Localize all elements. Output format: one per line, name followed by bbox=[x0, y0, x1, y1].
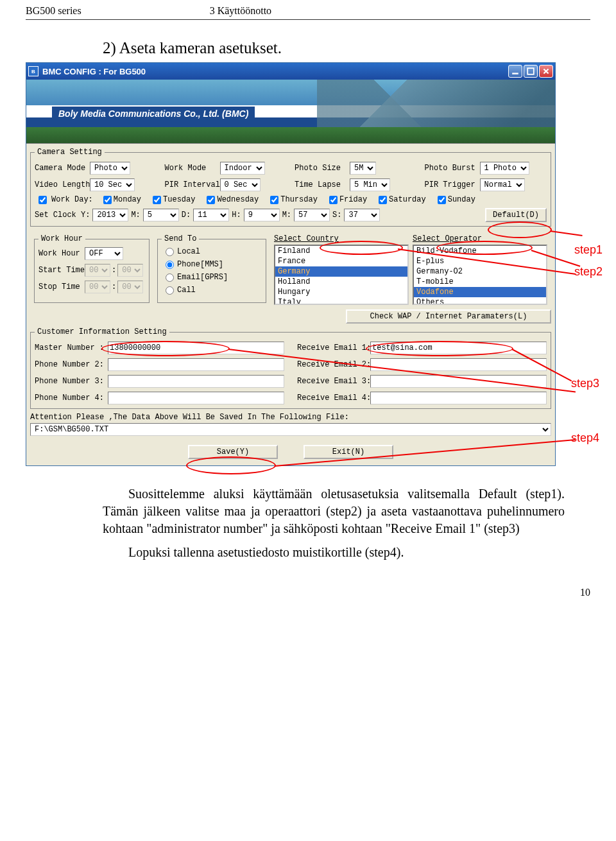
filepath-select[interactable]: F:\GSM\BG500.TXT bbox=[30, 423, 551, 436]
list-item[interactable]: Finland bbox=[275, 246, 407, 256]
phone-mms-label: Phone[MMS] bbox=[177, 260, 223, 269]
work-hour-select[interactable]: OFF bbox=[85, 247, 123, 260]
titlebar[interactable]: B BMC CONFIG : For BG500 bbox=[26, 63, 555, 80]
list-item[interactable]: E-plus bbox=[414, 256, 546, 266]
stop-hour-select: 00 bbox=[85, 281, 110, 293]
clock-d-label: D: bbox=[182, 211, 191, 220]
list-item[interactable]: France bbox=[275, 256, 407, 266]
app-window: B BMC CONFIG : For BG500 Boly Media Comm… bbox=[26, 62, 556, 466]
customer-info-group: Customer Information Setting Master Numb… bbox=[30, 327, 551, 409]
time-lapse-label: Time Lapse bbox=[295, 180, 346, 189]
step1-label: step1 bbox=[574, 243, 603, 257]
clock-year-select[interactable]: 2013 bbox=[92, 209, 128, 221]
phone-2-label: Phone Number 2: bbox=[35, 360, 104, 369]
stop-time-label: Stop Time bbox=[38, 282, 83, 291]
local-radio[interactable] bbox=[166, 248, 174, 256]
saturday-checkbox[interactable] bbox=[379, 196, 387, 204]
select-country-label: Select Country bbox=[274, 234, 409, 243]
receive-email-4-label: Receive Email 4: bbox=[297, 394, 366, 403]
phone-2-input[interactable] bbox=[108, 358, 284, 371]
wednesday-label: Wednesday bbox=[217, 195, 259, 204]
operator-listbox[interactable]: Bild-VodafoneE-plusGermany-O2T-mobileVod… bbox=[413, 245, 547, 305]
work-day-checkbox[interactable] bbox=[38, 196, 47, 204]
country-listbox[interactable]: FinlandFranceGermanyHollandHungaryItaly bbox=[274, 245, 409, 305]
wednesday-checkbox[interactable] bbox=[207, 196, 215, 204]
receive-email-2-input[interactable] bbox=[370, 358, 547, 371]
svg-rect-0 bbox=[512, 73, 518, 74]
video-length-label: Video Length bbox=[35, 180, 86, 189]
attention-text: Attention Please ,The Data Above Will Be… bbox=[30, 413, 551, 422]
call-label: Call bbox=[177, 286, 196, 295]
camera-mode-label: Camera Mode bbox=[35, 164, 86, 173]
list-item[interactable]: Germany bbox=[275, 266, 407, 277]
header-right: 3 Käyttöönotto bbox=[210, 5, 271, 17]
check-params-button[interactable]: Check WAP / Internet Paramaters(L) bbox=[346, 309, 551, 324]
email-gprs-radio[interactable] bbox=[166, 273, 174, 282]
phone-mms-radio[interactable] bbox=[166, 261, 174, 269]
photo-size-label: Photo Size bbox=[295, 164, 346, 173]
phone-4-input[interactable] bbox=[108, 392, 284, 404]
maximize-button[interactable] bbox=[524, 65, 538, 78]
monday-checkbox[interactable] bbox=[103, 196, 112, 204]
close-button[interactable] bbox=[539, 65, 553, 78]
receive-email-1-input[interactable] bbox=[370, 342, 547, 354]
clock-second-select[interactable]: 37 bbox=[344, 209, 380, 221]
body-para-1: Suosittelemme aluksi käyttämään oletusas… bbox=[103, 485, 565, 537]
save-button[interactable]: Save(Y) bbox=[188, 445, 278, 459]
stop-min-select: 00 bbox=[117, 281, 143, 293]
saturday-label: Saturday bbox=[389, 195, 426, 204]
step3-label: step3 bbox=[571, 377, 599, 390]
photo-burst-select[interactable]: 1 Photo bbox=[480, 162, 529, 175]
clock-h-label: H: bbox=[232, 211, 241, 220]
clock-minute-select[interactable]: 57 bbox=[294, 209, 330, 221]
body-para-2: Lopuksi tallenna asetustiedosto muistiko… bbox=[103, 544, 565, 561]
receive-email-4-input[interactable] bbox=[370, 392, 547, 404]
phone-4-label: Phone Number 4: bbox=[35, 394, 104, 403]
exit-button[interactable]: Exit(N) bbox=[304, 445, 393, 459]
pir-trigger-select[interactable]: Normal bbox=[480, 178, 525, 191]
phone-3-input[interactable] bbox=[108, 375, 284, 388]
master-number-input[interactable] bbox=[108, 342, 284, 354]
clock-month-select[interactable]: 5 bbox=[143, 209, 179, 221]
monday-label: Monday bbox=[114, 195, 141, 204]
thursday-checkbox[interactable] bbox=[270, 196, 278, 204]
work-hour-label: Work Hour bbox=[38, 249, 83, 258]
receive-email-2-label: Receive Email 2: bbox=[297, 360, 366, 369]
receive-email-3-input[interactable] bbox=[370, 375, 547, 388]
banner: Boly Media Communications Co., Ltd. (BMC… bbox=[26, 80, 555, 144]
start-hour-select: 00 bbox=[85, 264, 110, 277]
time-lapse-select[interactable]: 5 Min bbox=[350, 178, 390, 191]
list-item[interactable]: Others bbox=[414, 297, 546, 305]
set-clock-y-label: Set Clock Y: bbox=[35, 211, 90, 220]
list-item[interactable]: Italy bbox=[275, 297, 407, 305]
video-length-select[interactable]: 10 Sec bbox=[90, 178, 135, 191]
customer-info-legend: Customer Information Setting bbox=[35, 327, 169, 336]
default-button[interactable]: Default(D) bbox=[485, 208, 547, 222]
tuesday-checkbox[interactable] bbox=[153, 196, 161, 204]
camera-mode-select[interactable]: Photo bbox=[90, 162, 130, 175]
clock-hour-select[interactable]: 9 bbox=[244, 209, 280, 221]
thursday-label: Thursday bbox=[280, 195, 318, 204]
photo-size-select[interactable]: 5M bbox=[350, 162, 376, 175]
send-to-legend: Send To bbox=[162, 234, 199, 243]
work-hour-group: Work Hour Work Hour OFF Start Time 00 : … bbox=[34, 234, 150, 303]
sunday-checkbox[interactable] bbox=[438, 196, 446, 204]
work-mode-label: Work Mode bbox=[165, 164, 216, 173]
list-item[interactable]: Holland bbox=[275, 277, 407, 287]
list-item[interactable]: Hungary bbox=[275, 287, 407, 297]
work-day-label: Work Day: bbox=[51, 195, 93, 204]
friday-checkbox[interactable] bbox=[329, 196, 338, 204]
list-item[interactable]: Germany-O2 bbox=[414, 266, 546, 277]
banner-text: Boly Media Communications Co., Ltd. (BMC… bbox=[52, 107, 255, 121]
work-mode-select[interactable]: Indoor bbox=[220, 162, 265, 175]
list-item[interactable]: Vodafone bbox=[414, 287, 546, 297]
camera-setting-group: Camera Setting Camera Mode Photo Work Mo… bbox=[30, 148, 551, 227]
minimize-button[interactable] bbox=[508, 65, 522, 78]
clock-day-select[interactable]: 11 bbox=[193, 209, 229, 221]
list-item[interactable]: Bild-Vodafone bbox=[414, 246, 546, 256]
pir-interval-select[interactable]: 0 Sec bbox=[220, 178, 261, 191]
list-item[interactable]: T-mobile bbox=[414, 277, 546, 287]
call-radio[interactable] bbox=[166, 286, 174, 295]
window-title: BMC CONFIG : For BG500 bbox=[42, 67, 507, 76]
send-to-group: Send To Local Phone[MMS] Email[GPRS] Cal… bbox=[157, 234, 266, 303]
